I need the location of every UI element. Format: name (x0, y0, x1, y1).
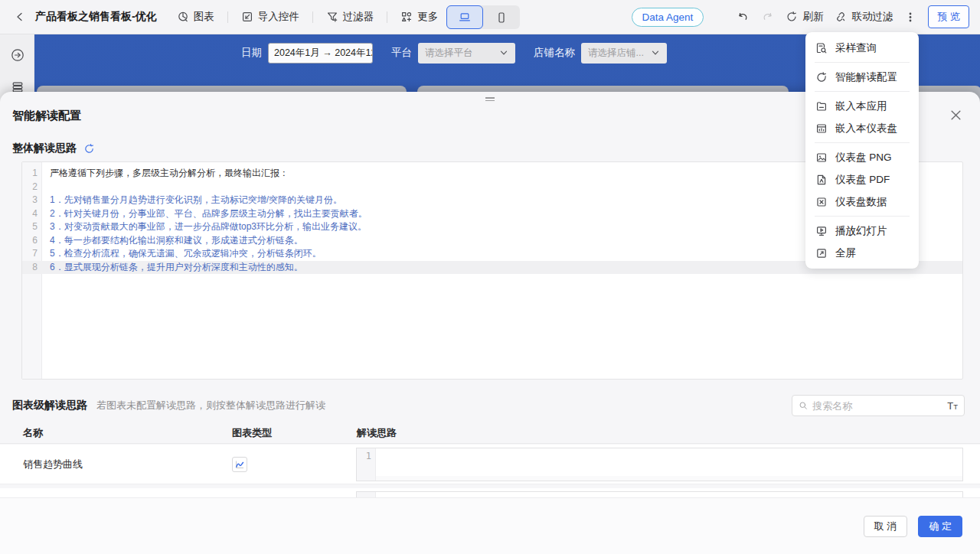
menu-item-play-slideshow[interactable]: 播放幻灯片 (805, 220, 919, 242)
menu-item-label: 仪表盘数据 (835, 195, 887, 209)
platform-filter-label: 平台 (391, 46, 412, 60)
menu-divider (815, 62, 910, 63)
refresh-label: 刷新 (802, 10, 823, 24)
menu-item-fullscreen[interactable]: 全屏 (805, 242, 919, 264)
menu-item-label: 全屏 (835, 246, 856, 260)
spreadsheet-icon (815, 196, 828, 208)
redo-button[interactable] (761, 11, 774, 24)
toolbar-divider (227, 11, 228, 23)
close-modal-button[interactable] (948, 107, 963, 122)
match-case-icon[interactable]: TT (947, 400, 958, 412)
menu-item-smart-interpretation[interactable]: 智能解读配置 (805, 66, 919, 88)
redo-icon (761, 11, 774, 24)
chevron-down-icon (651, 48, 660, 57)
embed-dashboard-icon (815, 122, 828, 135)
menu-item-label: 播放幻灯片 (835, 224, 887, 238)
column-header-interpretation: 解读思路 (357, 426, 397, 440)
column-header-name: 名称 (23, 426, 43, 440)
toolbar-item-filter[interactable]: 过滤器 (326, 10, 374, 24)
menu-divider (815, 91, 910, 92)
search-input[interactable] (812, 400, 947, 412)
toolbar-right-group: Data Agent 刷新 联动过滤 预 览 (632, 5, 969, 28)
doc-search-icon (815, 42, 828, 54)
mobile-view-toggle[interactable] (483, 5, 520, 29)
column-header-chart-type: 图表类型 (232, 426, 272, 440)
preview-button[interactable]: 预 览 (928, 5, 969, 28)
collapse-panel-button[interactable] (0, 44, 34, 67)
menu-item-dashboard-data[interactable]: 仪表盘数据 (805, 191, 919, 213)
slideshow-icon (815, 225, 828, 237)
line-chart-icon (234, 459, 245, 470)
more-actions-menu: 采样查询 智能解读配置 嵌入本应用 嵌入本仪表盘 仪表盘 PNG 仪表盘 PDF… (805, 32, 919, 269)
sheet-drag-handle[interactable] (485, 96, 495, 103)
editor-content[interactable] (376, 448, 962, 481)
shop-filter-label: 店铺名称 (534, 46, 575, 60)
menu-item-sample-query[interactable]: 采样查询 (805, 37, 919, 59)
toolbar-item-chart[interactable]: 图表 (177, 10, 214, 24)
toolbar-item-more[interactable]: 更多 (400, 10, 438, 24)
toolbar-divider (387, 11, 387, 23)
toolbar-item-import-widget[interactable]: 导入控件 (241, 10, 299, 24)
date-range-input[interactable]: 2024年1月 → 2024年12月 (268, 43, 373, 64)
linkage-filter-label: 联动过滤 (851, 10, 893, 24)
search-box: TT (792, 395, 965, 416)
chart-section-header: 图表级解读思路 若图表未配置解读思路，则按整体解读思路进行解读 (12, 399, 325, 412)
menu-item-label: 采样查询 (835, 41, 877, 55)
undo-icon (737, 11, 750, 24)
import-widget-icon (241, 11, 253, 23)
date-filter-label: 日期 (241, 46, 262, 60)
desktop-view-toggle[interactable] (446, 5, 483, 29)
menu-item-label: 嵌入本仪表盘 (835, 122, 897, 135)
shop-select[interactable]: 请选择店铺... (581, 43, 667, 64)
menu-item-embed-app[interactable]: 嵌入本应用 (805, 95, 919, 117)
platform-placeholder: 请选择平台 (425, 47, 473, 60)
table-header: 名称 图表类型 解读思路 (0, 422, 980, 444)
ai-config-icon (815, 71, 828, 83)
menu-item-embed-dashboard[interactable]: 嵌入本仪表盘 (805, 117, 919, 139)
menu-item-dashboard-pdf[interactable]: 仪表盘 PDF (805, 168, 919, 191)
chart-section-label: 图表级解读思路 (12, 399, 87, 412)
top-toolbar: 产品看板之销售看板-优化 图表 导入控件 过滤器 更多 Data Agent (0, 0, 980, 34)
table-row: 销售趋势曲线 1 (0, 445, 980, 484)
chart-icon (177, 11, 189, 23)
link-icon (835, 11, 847, 23)
toolbar-item-label: 过滤器 (343, 10, 374, 24)
cancel-button[interactable]: 取 消 (864, 516, 908, 537)
confirm-button[interactable]: 确 定 (918, 516, 962, 537)
shop-placeholder: 请选择店铺... (588, 47, 644, 60)
chart-type-cell[interactable] (232, 457, 247, 472)
chevron-down-icon (499, 48, 508, 57)
more-widgets-icon (400, 11, 413, 23)
menu-item-label: 仪表盘 PNG (835, 151, 892, 165)
back-button[interactable] (11, 8, 29, 26)
undo-button[interactable] (737, 11, 750, 24)
platform-select[interactable]: 请选择平台 (418, 43, 515, 64)
chevron-left-icon (14, 11, 26, 23)
phone-icon (495, 11, 508, 24)
editor-gutter: 1 (357, 448, 376, 481)
overall-section-label: 整体解读思路 (12, 142, 77, 155)
search-icon (799, 400, 808, 411)
menu-item-dashboard-png[interactable]: 仪表盘 PNG (805, 146, 919, 168)
menu-divider (815, 216, 910, 217)
close-icon (949, 109, 962, 122)
laptop-icon (458, 11, 472, 24)
menu-item-label: 智能解读配置 (835, 70, 897, 84)
circle-arrow-right-icon (10, 47, 25, 63)
linkage-filter-button[interactable]: 联动过滤 (835, 10, 893, 24)
menu-divider (815, 142, 910, 143)
overall-section-header: 整体解读思路 (12, 142, 95, 155)
toolbar-item-label: 导入控件 (258, 10, 299, 24)
filter-icon (326, 11, 338, 23)
chart-section-hint: 若图表未配置解读思路，则按整体解读思路进行解读 (96, 399, 325, 412)
refresh-button[interactable]: 刷新 (786, 10, 823, 24)
device-toggle (446, 5, 520, 29)
menu-item-label: 仪表盘 PDF (835, 173, 890, 187)
regenerate-icon[interactable] (83, 143, 95, 155)
kebab-menu-icon (904, 11, 916, 24)
data-agent-button[interactable]: Data Agent (632, 8, 704, 27)
toolbar-divider (312, 11, 313, 23)
row-prompt-editor[interactable]: 1 (356, 448, 963, 481)
more-actions-button[interactable] (904, 11, 916, 24)
modal-title: 智能解读配置 (12, 109, 81, 123)
